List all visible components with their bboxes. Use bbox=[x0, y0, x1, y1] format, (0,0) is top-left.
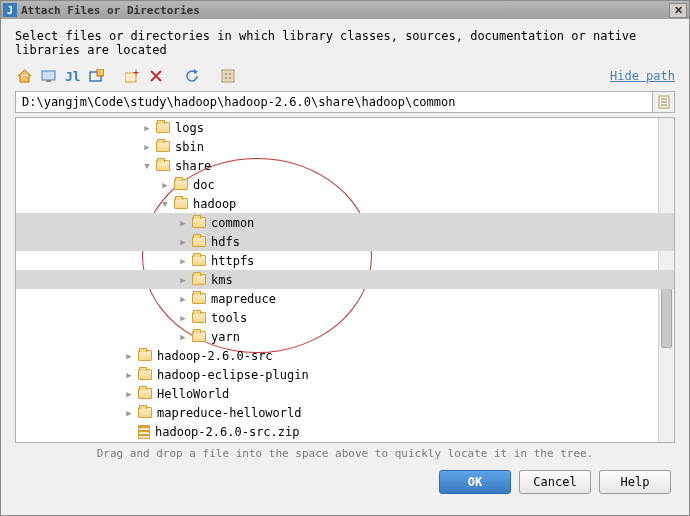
titlebar: J Attach Files or Directories ✕ bbox=[1, 1, 689, 19]
tree-row[interactable]: ▶hadoop-eclipse-plugin bbox=[16, 365, 674, 384]
app-icon: J bbox=[3, 3, 17, 17]
tree-row[interactable]: ▶httpfs bbox=[16, 251, 674, 270]
svg-rect-1 bbox=[46, 80, 51, 82]
chevron-right-icon[interactable]: ▶ bbox=[178, 256, 188, 266]
tree-item-label: mapreduce bbox=[211, 292, 276, 306]
chevron-right-icon[interactable]: ▶ bbox=[124, 408, 134, 418]
tree-item-label: share bbox=[175, 159, 211, 173]
chevron-down-icon[interactable]: ▼ bbox=[160, 199, 170, 209]
new-folder-icon[interactable]: + bbox=[123, 67, 141, 85]
tree-row[interactable]: ▶hdfs bbox=[16, 232, 674, 251]
project-icon[interactable]: Jl bbox=[63, 67, 81, 85]
tree-row[interactable]: ▶kms bbox=[16, 270, 674, 289]
folder-icon bbox=[192, 236, 206, 247]
tree-row[interactable]: ▶mapreduce bbox=[16, 289, 674, 308]
show-hidden-icon[interactable] bbox=[219, 67, 237, 85]
ok-button[interactable]: OK bbox=[439, 470, 511, 494]
tree-row[interactable]: ▶hadoop-2.6.0-src bbox=[16, 346, 674, 365]
folder-icon bbox=[156, 122, 170, 133]
chevron-right-icon[interactable]: ▶ bbox=[160, 180, 170, 190]
tree-row[interactable]: ▶yarn bbox=[16, 327, 674, 346]
tree-item-label: tools bbox=[211, 311, 247, 325]
chevron-down-icon[interactable]: ▼ bbox=[142, 161, 152, 171]
folder-icon bbox=[138, 369, 152, 380]
hide-path-link[interactable]: Hide path bbox=[610, 69, 675, 83]
tree-row[interactable]: ▼hadoop bbox=[16, 194, 674, 213]
tree-item-label: hadoop-2.6.0-src bbox=[157, 349, 273, 363]
chevron-right-icon[interactable]: ▶ bbox=[124, 351, 134, 361]
chevron-right-icon[interactable]: ▶ bbox=[124, 370, 134, 380]
chevron-right-icon[interactable]: ▶ bbox=[178, 275, 188, 285]
svg-rect-7 bbox=[222, 70, 234, 82]
svg-rect-0 bbox=[42, 71, 55, 80]
tree-item-label: hadoop-eclipse-plugin bbox=[157, 368, 309, 382]
folder-icon bbox=[156, 160, 170, 171]
svg-text:Jl: Jl bbox=[65, 69, 80, 83]
path-input[interactable] bbox=[15, 91, 653, 113]
tree-item-label: yarn bbox=[211, 330, 240, 344]
folder-icon bbox=[192, 217, 206, 228]
svg-point-11 bbox=[229, 77, 231, 79]
chevron-right-icon[interactable]: ▶ bbox=[142, 142, 152, 152]
svg-rect-4 bbox=[97, 69, 104, 76]
tree-item-label: hadoop-2.6.0-src.zip bbox=[155, 425, 300, 439]
help-button[interactable]: Help bbox=[599, 470, 671, 494]
folder-icon bbox=[192, 274, 206, 285]
tree-row[interactable]: ▶logs bbox=[16, 118, 674, 137]
instruction-text: Select files or directories in which lib… bbox=[15, 29, 675, 57]
folder-icon bbox=[192, 293, 206, 304]
chevron-right-icon[interactable]: ▶ bbox=[178, 294, 188, 304]
window-title: Attach Files or Directories bbox=[21, 4, 200, 17]
delete-icon[interactable] bbox=[147, 67, 165, 85]
folder-icon bbox=[138, 350, 152, 361]
tree-row[interactable]: ▶common bbox=[16, 213, 674, 232]
chevron-right-icon[interactable]: ▶ bbox=[178, 332, 188, 342]
tree-item-label: sbin bbox=[175, 140, 204, 154]
tree-row[interactable]: ▶HelloWorld bbox=[16, 384, 674, 403]
tree-item-label: hdfs bbox=[211, 235, 240, 249]
svg-point-8 bbox=[225, 73, 227, 75]
refresh-icon[interactable] bbox=[183, 67, 201, 85]
tree-row[interactable]: hadoop-2.6.0-src.zip bbox=[16, 422, 674, 441]
expander-none bbox=[124, 427, 134, 437]
desktop-icon[interactable] bbox=[39, 67, 57, 85]
path-history-button[interactable] bbox=[653, 91, 675, 113]
tree-row[interactable]: ▶doc bbox=[16, 175, 674, 194]
tree-item-label: mapreduce-helloworld bbox=[157, 406, 302, 420]
tree-item-label: HelloWorld bbox=[157, 387, 229, 401]
close-button[interactable]: ✕ bbox=[669, 3, 687, 18]
tree-item-label: common bbox=[211, 216, 254, 230]
tree-row[interactable]: ▶tools bbox=[16, 308, 674, 327]
module-icon[interactable] bbox=[87, 67, 105, 85]
svg-text:+: + bbox=[133, 69, 139, 78]
tree-item-label: hadoop bbox=[193, 197, 236, 211]
tree-item-label: httpfs bbox=[211, 254, 254, 268]
folder-icon bbox=[192, 255, 206, 266]
chevron-right-icon[interactable]: ▶ bbox=[142, 123, 152, 133]
folder-icon bbox=[138, 407, 152, 418]
tree-row[interactable]: ▶mapreduce-helloworld bbox=[16, 403, 674, 422]
folder-icon bbox=[156, 141, 170, 152]
svg-point-9 bbox=[229, 73, 231, 75]
chevron-right-icon[interactable]: ▶ bbox=[178, 237, 188, 247]
chevron-right-icon[interactable]: ▶ bbox=[178, 313, 188, 323]
hint-text: Drag and drop a file into the space abov… bbox=[15, 447, 675, 460]
archive-icon bbox=[138, 425, 150, 439]
cancel-button[interactable]: Cancel bbox=[519, 470, 591, 494]
tree-item-label: logs bbox=[175, 121, 204, 135]
tree-item-label: kms bbox=[211, 273, 233, 287]
home-icon[interactable] bbox=[15, 67, 33, 85]
svg-point-10 bbox=[225, 77, 227, 79]
tree-row[interactable]: ▼share bbox=[16, 156, 674, 175]
folder-icon bbox=[174, 179, 188, 190]
folder-icon bbox=[192, 331, 206, 342]
toolbar: Jl + Hide path bbox=[15, 67, 675, 85]
tree-item-label: doc bbox=[193, 178, 215, 192]
chevron-right-icon[interactable]: ▶ bbox=[178, 218, 188, 228]
folder-icon bbox=[174, 198, 188, 209]
chevron-right-icon[interactable]: ▶ bbox=[124, 389, 134, 399]
folder-icon bbox=[138, 388, 152, 399]
folder-icon bbox=[192, 312, 206, 323]
file-tree[interactable]: ▶logs▶sbin▼share▶doc▼hadoop▶common▶hdfs▶… bbox=[15, 117, 675, 443]
tree-row[interactable]: ▶sbin bbox=[16, 137, 674, 156]
